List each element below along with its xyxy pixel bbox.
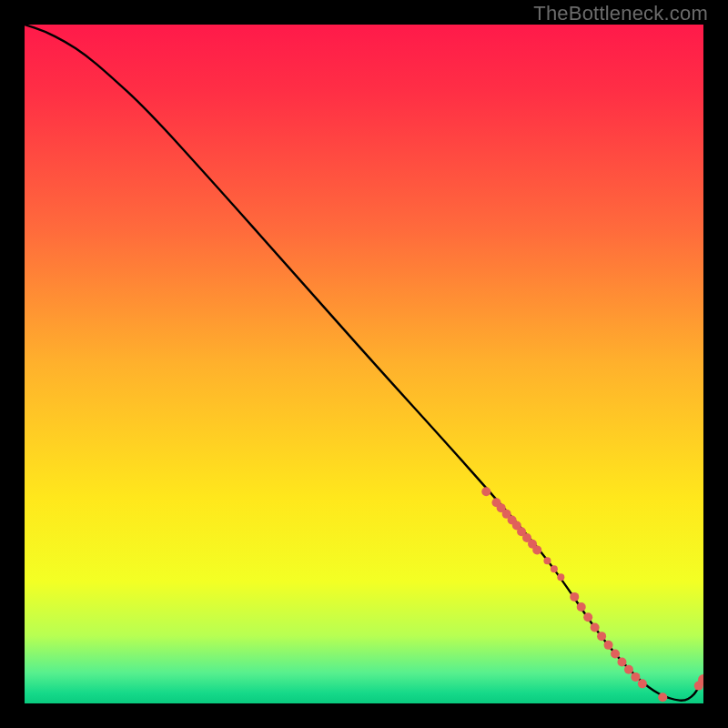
data-marker: [631, 672, 640, 682]
data-marker: [551, 565, 558, 572]
data-marker: [604, 641, 613, 650]
data-marker: [532, 545, 541, 554]
chart-frame: TheBottleneck.com: [0, 0, 728, 728]
data-marker: [583, 612, 592, 622]
plot-area: [25, 25, 703, 703]
data-marker: [577, 602, 586, 612]
data-marker: [557, 573, 564, 581]
gradient-background: [25, 25, 703, 703]
data-marker: [617, 657, 626, 666]
data-marker: [591, 622, 600, 632]
data-marker: [658, 693, 667, 702]
data-marker: [624, 665, 633, 674]
data-marker: [638, 679, 647, 688]
data-marker: [597, 632, 606, 641]
data-marker: [481, 487, 490, 496]
plot-svg: [25, 25, 703, 703]
data-marker: [570, 592, 579, 602]
data-marker: [611, 650, 620, 659]
watermark-text: TheBottleneck.com: [533, 2, 708, 25]
data-marker: [543, 557, 551, 564]
